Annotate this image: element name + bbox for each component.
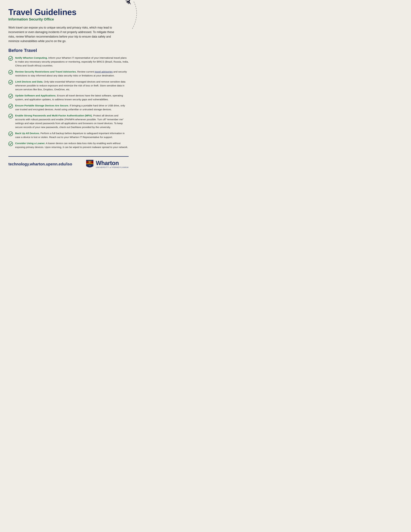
wharton-name: Wharton xyxy=(96,160,129,166)
subtitle: Information Security Office xyxy=(8,17,129,21)
item-label: Enable Strong Passwords and Multi-Factor… xyxy=(15,114,93,117)
check-icon xyxy=(8,114,13,118)
item-text: Back Up All Devices. Perform a full back… xyxy=(15,131,129,139)
svg-text:W: W xyxy=(89,161,91,163)
before-travel-title: Before Travel xyxy=(8,48,129,53)
svg-rect-16 xyxy=(86,163,93,164)
main-title: Travel Guidelines xyxy=(8,8,129,17)
item-text: Consider Using a Loaner. A loaner device… xyxy=(15,141,129,149)
travel-advisories-link[interactable]: travel advisories xyxy=(95,70,113,73)
check-icon xyxy=(8,70,13,75)
item-text: Review Security Restrictions and Travel … xyxy=(15,70,129,77)
list-item: Back Up All Devices. Perform a full back… xyxy=(8,131,129,139)
item-text: Update Software and Applications. Ensure… xyxy=(15,94,129,101)
header-section: Travel Guidelines Information Security O… xyxy=(8,8,129,21)
item-label: Update Software and Applications. xyxy=(15,94,56,97)
list-item: Ensure Portable Storage Devices Are Secu… xyxy=(8,104,129,111)
check-icon xyxy=(8,80,13,85)
upenn-text: UNIVERSITY of PENNSYLVANIA xyxy=(96,166,129,168)
list-item: Enable Strong Passwords and Multi-Factor… xyxy=(8,114,129,129)
item-label: Notify Wharton Computing. xyxy=(15,57,47,59)
list-item: Notify Wharton Computing. Inform your Wh… xyxy=(8,56,129,67)
intro-paragraph: Work travel can expose you to unique sec… xyxy=(8,25,118,43)
svg-point-7 xyxy=(9,80,13,84)
item-label: Review Security Restrictions and Travel … xyxy=(15,70,76,73)
svg-point-11 xyxy=(9,132,13,136)
item-text: Enable Strong Passwords and Multi-Factor… xyxy=(15,114,129,129)
svg-marker-1 xyxy=(125,0,129,3)
svg-point-8 xyxy=(9,94,13,98)
item-text: Notify Wharton Computing. Inform your Wh… xyxy=(15,56,129,67)
list-item: Update Software and Applications. Ensure… xyxy=(8,94,129,101)
list-item: Consider Using a Loaner. A loaner device… xyxy=(8,141,129,149)
item-text: Limit Devices and Data. Only take essent… xyxy=(15,80,129,91)
check-icon xyxy=(8,104,13,108)
svg-point-6 xyxy=(9,70,13,74)
svg-point-5 xyxy=(9,56,13,60)
logo-area: W ISO Wharton UNIVERSITY of PENNSYLVANIA xyxy=(86,159,129,169)
check-icon xyxy=(8,132,13,136)
footer: technology.wharton.upenn.edu/iso W ISO W… xyxy=(8,156,129,169)
wharton-text: Wharton UNIVERSITY of PENNSYLVANIA xyxy=(96,160,129,168)
item-label: Back Up All Devices. xyxy=(15,132,40,135)
item-text: Ensure Portable Storage Devices Are Secu… xyxy=(15,104,129,111)
checklist: Notify Wharton Computing. Inform your Wh… xyxy=(8,56,129,149)
check-icon xyxy=(8,56,13,61)
item-label: Consider Using a Loaner. xyxy=(15,142,45,145)
wharton-shield-icon: W ISO xyxy=(86,159,94,169)
footer-url: technology.wharton.upenn.edu/iso xyxy=(8,162,72,166)
check-icon xyxy=(8,94,13,98)
list-item: Review Security Restrictions and Travel … xyxy=(8,70,129,77)
item-label: Ensure Portable Storage Devices Are Secu… xyxy=(15,104,69,107)
check-icon xyxy=(8,142,13,146)
svg-point-12 xyxy=(9,142,13,146)
svg-point-9 xyxy=(9,104,13,108)
svg-text:ISO: ISO xyxy=(89,165,91,166)
svg-point-10 xyxy=(9,114,13,118)
list-item: Limit Devices and Data. Only take essent… xyxy=(8,80,129,91)
item-label: Limit Devices and Data. xyxy=(15,80,43,83)
